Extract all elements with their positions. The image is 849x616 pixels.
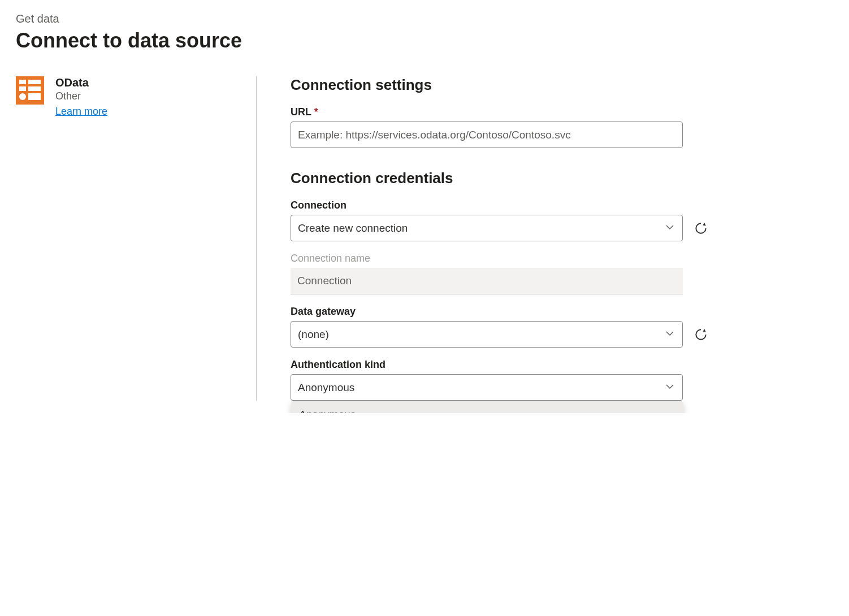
learn-more-link[interactable]: Learn more	[55, 106, 107, 118]
data-gateway-dropdown-value: (none)	[298, 328, 329, 341]
sidebar: OData Other Learn more	[16, 76, 256, 401]
data-gateway-label: Data gateway	[291, 306, 709, 318]
connection-name-input	[291, 268, 683, 294]
section-connection-settings: Connection settings	[291, 76, 709, 94]
authentication-option-anonymous[interactable]: Anonymous	[291, 401, 683, 413]
connector-card: OData Other Learn more	[16, 76, 240, 118]
page-title: Connect to data source	[16, 29, 833, 53]
data-gateway-refresh-button[interactable]	[693, 327, 709, 342]
url-input[interactable]	[291, 122, 683, 148]
authentication-kind-dropdown[interactable]: Anonymous Anonymous Basic Organizational…	[291, 374, 683, 401]
connection-label: Connection	[291, 199, 709, 211]
connection-dropdown-value: Create new connection	[298, 222, 408, 235]
authentication-kind-label: Authentication kind	[291, 359, 709, 371]
connection-name-label: Connection name	[291, 253, 709, 264]
breadcrumb: Get data	[16, 12, 833, 25]
odata-connector-icon	[16, 76, 44, 105]
url-label: URL *	[291, 106, 709, 118]
chevron-down-icon	[665, 222, 674, 235]
connection-dropdown[interactable]: Create new connection	[291, 215, 683, 241]
section-connection-credentials: Connection credentials	[291, 170, 709, 187]
authentication-kind-dropdown-value: Anonymous	[298, 381, 354, 394]
authentication-kind-options-list: Anonymous Basic Organizational account	[291, 401, 683, 413]
required-indicator: *	[314, 106, 318, 118]
connector-name: OData	[55, 76, 107, 89]
main-panel: Connection settings URL * Connection cre…	[256, 76, 833, 401]
chevron-down-icon	[665, 381, 674, 394]
chevron-down-icon	[665, 328, 674, 341]
connection-refresh-button[interactable]	[693, 220, 709, 236]
connector-category: Other	[55, 90, 107, 102]
data-gateway-dropdown[interactable]: (none)	[291, 321, 683, 348]
